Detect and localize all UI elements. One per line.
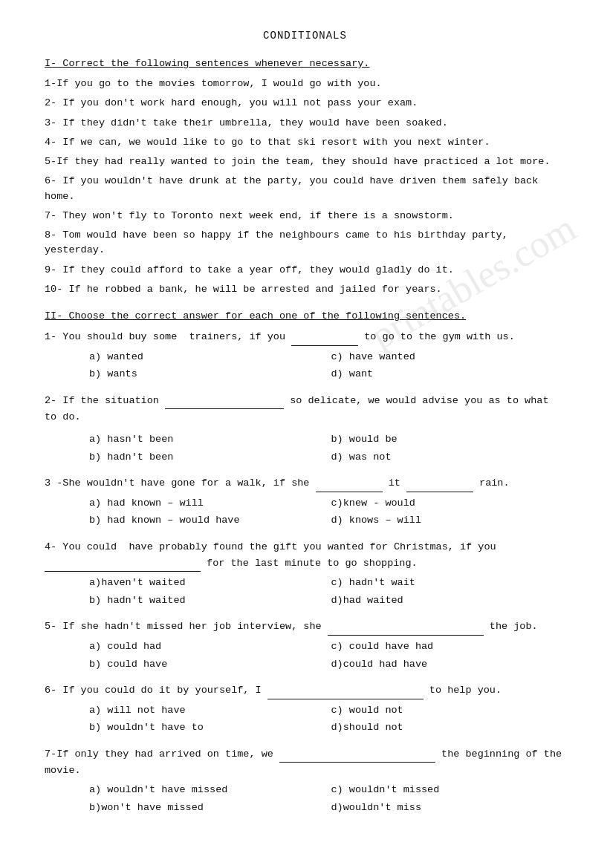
q2-option-a: a) hasn't been [89, 431, 324, 448]
q3-option-d: d) knows – will [331, 512, 566, 529]
sentence-4: 4- If we can, we would like to go to tha… [45, 135, 565, 150]
sentence-10: 10- If he robbed a bank, he will be arre… [45, 282, 565, 297]
q6-option-a: a) will not have [89, 702, 324, 719]
blank-q1 [291, 329, 358, 346]
q4-options: a)haven't waited c) hadn't wait b) hadn'… [89, 575, 565, 608]
q6-option-c: c) would not [331, 702, 566, 719]
q7-option-c: c) wouldn't missed [331, 782, 566, 798]
q6-option-b: b) wouldn't have to [89, 719, 324, 736]
question-2: 2- If the situation so delicate, we woul… [45, 393, 565, 465]
q1-option-b: b) wants [89, 366, 324, 382]
blank-q6 [267, 682, 424, 699]
q5-option-b: b) could have [89, 656, 324, 673]
q3-text: 3 -She wouldn't have gone for a walk, if… [45, 475, 565, 492]
q3-options: a) had known – will c)knew - would b) ha… [89, 495, 565, 529]
question-3: 3 -She wouldn't have gone for a walk, if… [45, 475, 565, 529]
question-6: 6- If you could do it by yourself, I to … [45, 682, 565, 736]
q1-option-c: c) have wanted [331, 349, 566, 365]
q4-option-c: c) hadn't wait [331, 575, 566, 591]
blank-q3a [316, 475, 383, 492]
q5-option-a: a) could had [89, 639, 324, 655]
blank-q2 [165, 393, 284, 410]
sentence-6: 6- If you wouldn't have drunk at the par… [45, 174, 565, 204]
sentence-7: 7- They won't fly to Toronto next week e… [45, 209, 565, 223]
q2-options: a) hasn't been b) would be b) hadn't bee… [89, 431, 565, 465]
sentence-2: 2- If you don't work hard enough, you wi… [45, 96, 565, 111]
q6-option-d: d)should not [331, 719, 566, 736]
q2-option-d: d) was not [331, 449, 566, 466]
section1: I- Correct the following sentences whene… [45, 58, 565, 297]
q1-option-a: a) wanted [89, 349, 324, 365]
sentence-1: 1-If you go to the movies tomorrow, I wo… [45, 76, 565, 91]
blank-q3b [406, 475, 473, 492]
q5-option-d: d)could had have [331, 656, 566, 673]
q7-option-d: d)wouldn't miss [331, 800, 566, 816]
q6-options: a) will not have c) would not b) wouldn'… [89, 702, 565, 736]
q2-text: 2- If the situation so delicate, we woul… [45, 393, 565, 425]
q4-option-d: d)had waited [331, 593, 566, 609]
sentence-9: 9- If they could afford to take a year o… [45, 263, 565, 278]
q1-option-d: d) want [331, 366, 566, 382]
q7-option-b: b)won't have missed [89, 800, 324, 816]
q7-option-a: a) wouldn't have missed [89, 782, 324, 798]
q5-options: a) could had c) could have had b) could … [89, 639, 565, 672]
blank-q4 [45, 555, 201, 572]
q6-text: 6- If you could do it by yourself, I to … [45, 682, 565, 699]
q4-option-b: b) hadn't waited [89, 593, 324, 609]
sentence-3: 3- If they didn't take their umbrella, t… [45, 116, 565, 131]
blank-q7 [279, 746, 435, 763]
question-7: 7-If only they had arrived on time, we t… [45, 746, 565, 815]
question-4: 4- You could have probably found the gif… [45, 539, 565, 608]
section2: II- Choose the correct answer for each o… [45, 310, 565, 815]
question-5: 5- If she hadn't missed her job intervie… [45, 619, 565, 672]
q5-option-c: c) could have had [331, 639, 566, 655]
sentence-5: 5-If they had really wanted to join the … [45, 154, 565, 169]
q7-options: a) wouldn't have missed c) wouldn't miss… [89, 782, 565, 815]
section2-header: II- Choose the correct answer for each o… [45, 310, 565, 322]
q3-option-a: a) had known – will [89, 495, 324, 512]
q7-text: 7-If only they had arrived on time, we t… [45, 746, 565, 779]
section1-header: I- Correct the following sentences whene… [45, 58, 565, 69]
q4-text: 4- You could have probably found the gif… [45, 539, 565, 572]
q2-option-b2: b) would be [331, 431, 566, 448]
q3-option-b: b) had known – would have [89, 512, 324, 529]
blank-q5 [328, 619, 484, 636]
q2-option-b: b) hadn't been [89, 449, 324, 466]
q5-text: 5- If she hadn't missed her job intervie… [45, 619, 565, 636]
q4-option-a: a)haven't waited [89, 575, 324, 591]
sentence-8: 8- Tom would have been so happy if the n… [45, 228, 565, 258]
question-1: 1- You should buy some trainers, if you … [45, 329, 565, 382]
q3-option-c: c)knew - would [331, 495, 566, 512]
q1-options: a) wanted c) have wanted b) wants d) wan… [89, 349, 565, 382]
page-title: CONDITIONALS [45, 30, 565, 42]
q1-text: 1- You should buy some trainers, if you … [45, 329, 565, 346]
